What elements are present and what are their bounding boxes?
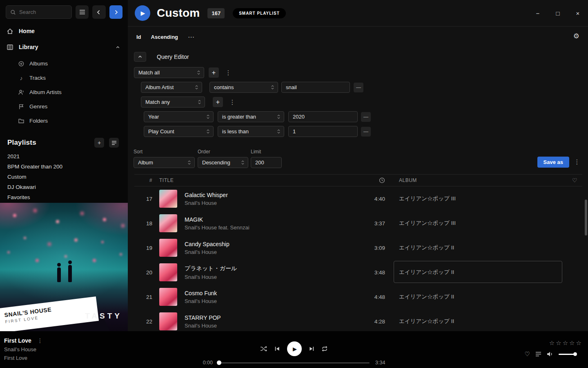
limit-input[interactable] <box>251 157 282 168</box>
seek-handle[interactable] <box>217 361 221 365</box>
rule-value-input[interactable] <box>281 82 350 93</box>
seek-bar[interactable] <box>218 362 370 364</box>
track-info: Candy Spaceship Snail's House <box>185 241 229 255</box>
close-button[interactable]: × <box>574 9 581 17</box>
volume-slider[interactable] <box>559 354 577 355</box>
volume-handle[interactable] <box>573 352 577 356</box>
chevron-left-icon <box>96 9 102 15</box>
add-rule-button[interactable]: + <box>209 67 219 78</box>
match-type-value: Match all <box>138 70 160 76</box>
rule-value-input[interactable] <box>288 111 358 122</box>
sidebar-top-bar <box>6 5 122 19</box>
save-options-icon[interactable]: ⋮ <box>573 157 581 167</box>
table-row[interactable]: 21 Cosmo Funk Snail's House 4:48 エイリアン☆ポ… <box>134 285 582 309</box>
sidebar-item-home[interactable]: Home <box>0 25 128 37</box>
now-playing-artwork[interactable]: SNAIL'S HOUSE FIRST LOVE TASTY <box>0 203 128 331</box>
column-duration[interactable] <box>347 177 385 184</box>
volume-icon[interactable] <box>547 351 553 357</box>
table-row[interactable]: 20 プラネット・ガール Snail's House 3:48 エイリアン☆ポッ… <box>134 260 582 285</box>
save-as-button[interactable]: Save as <box>537 157 569 168</box>
add-rule-button[interactable]: + <box>213 97 223 107</box>
rating-star[interactable]: ☆ <box>549 339 555 347</box>
sidebar-item-album-artists[interactable]: Album Artists <box>0 85 128 99</box>
repeat-button[interactable] <box>321 346 328 352</box>
playlist-item[interactable]: Favorites <box>7 192 124 202</box>
nav-back-button[interactable] <box>92 5 105 19</box>
shuffle-button[interactable] <box>260 346 267 352</box>
player-bar: First Love ⋮ Snail's House First Love ▶ <box>0 331 588 368</box>
play-pause-button[interactable]: ▶ <box>287 341 302 356</box>
sort-field-control[interactable]: Id <box>136 34 141 40</box>
sidebar-item-tracks[interactable]: ♪ Tracks <box>0 71 128 85</box>
track-duration: 3:37 <box>347 220 385 227</box>
sort-group: Sort Album <box>134 149 195 168</box>
match-type-select[interactable]: Match any <box>141 96 205 108</box>
track-album[interactable]: エイリアン☆ポップ II <box>399 269 562 276</box>
collapse-query-editor-button[interactable] <box>134 52 146 62</box>
column-number[interactable]: # <box>134 177 152 183</box>
rating-star[interactable]: ☆ <box>569 339 575 347</box>
group-options-icon[interactable]: ⋮ <box>229 97 236 108</box>
play-playlist-button[interactable]: ▶ <box>135 5 150 21</box>
sidebar-item-library[interactable]: Library <box>0 41 128 53</box>
column-album[interactable]: ALBUM <box>399 177 417 183</box>
next-button[interactable] <box>309 346 314 352</box>
sidebar-item-genres[interactable]: Genres <box>0 99 128 114</box>
queue-icon[interactable] <box>535 352 541 357</box>
settings-gear-icon[interactable]: ⚙ <box>573 32 579 40</box>
rating-star[interactable]: ☆ <box>562 339 568 347</box>
query-editor-title: Query Editor <box>157 54 189 60</box>
rule-field-select[interactable]: Year <box>144 111 214 122</box>
rule-operator-select[interactable]: contains <box>209 82 278 93</box>
playlist-item[interactable]: DJ Okawari <box>7 182 124 192</box>
track-options-icon[interactable]: ⋮ <box>37 337 43 344</box>
playlist-item[interactable]: BPM Greater than 200 <box>7 162 124 172</box>
remove-rule-button[interactable]: — <box>361 112 371 122</box>
order-group: Order Descending <box>198 149 248 168</box>
minimize-button[interactable]: − <box>534 9 541 17</box>
previous-button[interactable] <box>274 346 280 352</box>
rule-field-select[interactable]: Play Count <box>144 126 214 137</box>
order-select[interactable]: Descending <box>198 157 248 168</box>
nav-forward-button[interactable] <box>109 5 122 19</box>
playlist-list-button[interactable] <box>109 138 119 148</box>
sort-order-control[interactable]: Ascending <box>151 34 178 40</box>
table-row[interactable]: 22 STARRY POP Snail's House 4:28 エイリアン☆ポ… <box>134 309 582 331</box>
menu-button[interactable] <box>76 5 89 19</box>
maximize-button[interactable]: □ <box>554 9 561 17</box>
track-artist: Snail's House <box>185 323 221 329</box>
group-options-icon[interactable]: ⋮ <box>225 67 232 78</box>
scrollbar-thumb[interactable] <box>585 200 587 236</box>
search-box[interactable] <box>6 5 72 19</box>
rule-value-input[interactable] <box>288 126 358 137</box>
album-thumbnail <box>159 288 177 306</box>
playlist-item[interactable]: 2021 <box>7 151 124 162</box>
table-row[interactable]: 19 Candy Spaceship Snail's House 3:09 エイ… <box>134 236 582 260</box>
rule-operator-select[interactable]: is less than <box>218 126 284 137</box>
rating-star[interactable]: ☆ <box>555 339 561 347</box>
column-title[interactable]: TITLE <box>159 177 174 183</box>
rule-operator-select[interactable]: is greater than <box>218 111 284 122</box>
album-thumbnail <box>159 239 177 257</box>
remove-rule-button[interactable]: — <box>354 83 363 92</box>
playlist-item[interactable]: Custom <box>7 172 124 182</box>
chevron-up-icon[interactable] <box>115 45 120 50</box>
figure-silhouette <box>57 267 61 282</box>
sidebar-item-albums[interactable]: Albums <box>0 56 128 71</box>
rating-star[interactable]: ☆ <box>576 339 582 347</box>
sidebar-item-folders[interactable]: Folders <box>0 114 128 128</box>
add-playlist-button[interactable]: + <box>94 138 104 148</box>
column-favorite-heart-icon[interactable]: ♡ <box>572 177 577 184</box>
track-duration: 4:28 <box>347 319 385 325</box>
elapsed-time: 0:00 <box>200 360 213 366</box>
clock-icon <box>379 177 385 184</box>
table-row[interactable]: 17 Galactic Whisper Snail's House 4:40 エ… <box>134 186 582 211</box>
match-type-select[interactable]: Match all <box>134 67 204 78</box>
sort-select[interactable]: Album <box>134 157 195 168</box>
music-note-icon: ♪ <box>18 75 24 81</box>
remove-rule-button[interactable]: — <box>361 127 371 137</box>
favorite-heart-icon[interactable]: ♡ <box>525 350 530 358</box>
rule-field-select[interactable]: Album Artist <box>141 82 202 93</box>
more-options-icon[interactable]: ⋯ <box>188 33 194 41</box>
table-row[interactable]: 18 MAGIK Snail's House feat. Sennzai 3:3… <box>134 211 582 236</box>
